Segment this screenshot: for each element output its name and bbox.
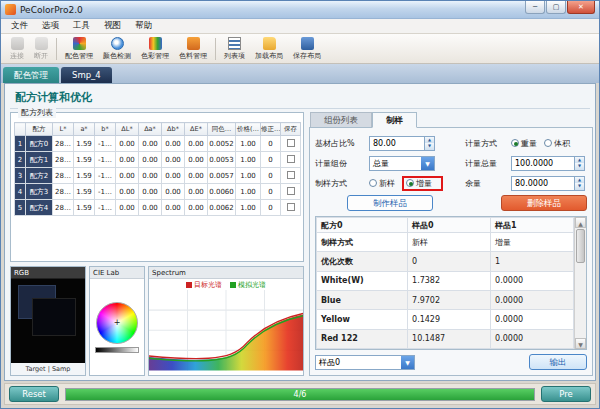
cielab-color-wheel[interactable] (96, 302, 138, 344)
substrate-ratio-value[interactable]: 80.00 (370, 137, 424, 150)
sample-column-header-0[interactable]: 配方0 (317, 218, 408, 233)
measure-total-spinner[interactable]: 100.0000 ▲▼ (511, 156, 585, 171)
scroll-down-icon[interactable]: ▼ (575, 338, 586, 349)
sample-row[interactable]: Blue7.97020.0000 (317, 290, 574, 309)
legend-label: 目标光谱 (194, 280, 222, 290)
toolbar: 连接断开配色管理颜色检测色彩管理色料管理列表项加载布局保存布局 (1, 34, 599, 64)
toolbar-button-color-detect[interactable]: 颜色检测 (98, 36, 136, 62)
sample1-value-cell: 1 (491, 252, 574, 271)
column-header-11[interactable]: 保存 (281, 123, 301, 136)
spectrum-panel: Spectrum 目标光谱模拟光谱 (148, 266, 304, 376)
right-tab-组份列表[interactable]: 组份列表 (310, 112, 372, 128)
formula-row[interactable]: 4配方328…1.59-1…0.000.000.000.000.00601.00… (15, 184, 301, 200)
save-checkbox[interactable] (287, 187, 295, 195)
minimize-button[interactable]: ─ (525, 1, 545, 14)
maximize-button[interactable]: ▢ (546, 1, 566, 14)
toolbar-button-colorant-manage[interactable]: 色料管理 (174, 36, 212, 62)
formula-row[interactable]: 1配方028…1.59-1…0.000.000.000.000.00521.00… (15, 136, 301, 152)
formula-value-cell: 1.00 (236, 184, 261, 200)
title-divider (10, 108, 590, 109)
toolbar-button-save-layout[interactable]: 保存布局 (288, 36, 326, 62)
make-sample-button[interactable]: 制作样品 (347, 195, 433, 211)
column-header-5[interactable]: Δa* (139, 123, 162, 136)
formula-value-cell: 0.00 (162, 152, 185, 168)
spin-down-icon[interactable]: ▼ (575, 183, 584, 190)
lightness-slider[interactable] (95, 347, 139, 353)
pre-button[interactable]: Pre (541, 386, 591, 402)
save-checkbox[interactable] (287, 155, 295, 163)
substrate-ratio-spinner[interactable]: 80.00 ▲▼ (369, 136, 435, 151)
column-header-7[interactable]: ΔE* (185, 123, 208, 136)
substrate-ratio-label: 基材占比% (315, 138, 369, 149)
remainder-spinner[interactable]: 80.0000 ▲▼ (511, 176, 585, 191)
sample0-value-cell: 0.1429 (408, 310, 491, 329)
column-header-6[interactable]: Δb* (162, 123, 185, 136)
column-header-8[interactable]: 同色… (208, 123, 236, 136)
right-tab-制样[interactable]: 制样 (372, 112, 417, 128)
toolbar-button-connect[interactable]: 连接 (5, 36, 29, 62)
chevron-down-icon[interactable]: ▼ (421, 157, 434, 170)
menu-item-3[interactable]: 视图 (97, 20, 128, 32)
scrollbar-thumb[interactable] (576, 229, 585, 263)
column-header-10[interactable]: 修正… (261, 123, 281, 136)
reset-button[interactable]: Reset (9, 386, 59, 402)
formula-value-cell: 0.0053 (208, 152, 236, 168)
sample-column-header-2[interactable]: 样品1 (491, 218, 574, 233)
menu-item-2[interactable]: 工具 (66, 20, 97, 32)
tab-配色管理[interactable]: 配色管理 (3, 67, 59, 83)
tab-Smp_4[interactable]: Smp_4 (61, 67, 112, 83)
spin-down-icon[interactable]: ▼ (575, 163, 584, 170)
radio-label: 体积 (554, 138, 570, 149)
sample-row[interactable]: 优化次数01 (317, 252, 574, 271)
menu-item-1[interactable]: 选项 (35, 20, 66, 32)
toolbar-button-color-matching[interactable]: 配色管理 (60, 36, 98, 62)
toolbar-button-disconnect[interactable]: 断开 (29, 36, 53, 62)
column-header-2[interactable]: a* (74, 123, 95, 136)
sample-select[interactable]: 样品0 ▼ (315, 355, 415, 370)
close-button[interactable]: ✕ (567, 1, 595, 14)
remainder-value[interactable]: 80.0000 (512, 177, 574, 190)
sample-row[interactable]: Red 12210.14870.0000 (317, 329, 574, 348)
formula-row[interactable]: 3配方228…1.59-1…0.000.000.000.000.00571.00… (15, 168, 301, 184)
radio-增量[interactable]: 增量 (406, 178, 432, 189)
vertical-scrollbar[interactable]: ▲ ▼ (574, 217, 586, 349)
chevron-down-icon[interactable]: ▼ (401, 356, 414, 369)
formula-name-cell: 配方0 (26, 136, 53, 152)
measure-component-select[interactable]: 总量 ▼ (369, 156, 435, 171)
column-header-9[interactable]: 价格(… (236, 123, 261, 136)
menu-item-0[interactable]: 文件 (4, 20, 35, 32)
save-checkbox[interactable] (287, 139, 295, 147)
output-button[interactable]: 输出 (529, 354, 587, 370)
sample-row[interactable]: Yellow0.14290.0000 (317, 310, 574, 329)
target-sample-label: Target | Samp (11, 363, 85, 375)
column-header-1[interactable]: L* (53, 123, 74, 136)
spin-down-icon[interactable]: ▼ (425, 143, 434, 150)
formula-row[interactable]: 5配方428…1.59-1…0.000.000.000.000.00621.00… (15, 200, 301, 216)
toolbar-button-load-layout[interactable]: 加载布局 (250, 36, 288, 62)
toolbar-button-color-manage[interactable]: 色彩管理 (136, 36, 174, 62)
measure-total-value[interactable]: 100.0000 (512, 157, 574, 170)
radio-体积[interactable]: 体积 (544, 138, 570, 149)
formula-row[interactable]: 2配方128…1.59-1…0.000.000.000.000.00531.00… (15, 152, 301, 168)
scroll-up-icon[interactable]: ▲ (575, 217, 586, 228)
sample-column-header-1[interactable]: 样品0 (408, 218, 491, 233)
spinner-arrows[interactable]: ▲▼ (424, 137, 434, 150)
formula-value-cell: 0.00 (139, 184, 162, 200)
save-checkbox[interactable] (287, 203, 295, 211)
column-header-4[interactable]: ΔL* (116, 123, 139, 136)
sample-row[interactable]: 制样方式新样增量 (317, 233, 574, 252)
toolbar-button-list-view[interactable]: 列表项 (219, 36, 250, 62)
spectrum-legend: 目标光谱模拟光谱 (149, 280, 303, 290)
delete-sample-button[interactable]: 删除样品 (501, 195, 587, 211)
scrollbar-track[interactable] (575, 264, 586, 338)
save-checkbox[interactable] (287, 171, 295, 179)
spinner-arrows[interactable]: ▲▼ (574, 157, 584, 170)
column-header-0[interactable]: 配方 (26, 123, 53, 136)
menu-item-4[interactable]: 帮助 (128, 20, 159, 32)
radio-重量[interactable]: 重量 (511, 138, 537, 149)
radio-新样[interactable]: 新样 (369, 178, 395, 189)
sample-row[interactable]: White(W)1.73820.0000 (317, 271, 574, 290)
column-header-3[interactable]: b* (95, 123, 116, 136)
spinner-arrows[interactable]: ▲▼ (574, 177, 584, 190)
formula-value-cell: 0 (261, 200, 281, 216)
